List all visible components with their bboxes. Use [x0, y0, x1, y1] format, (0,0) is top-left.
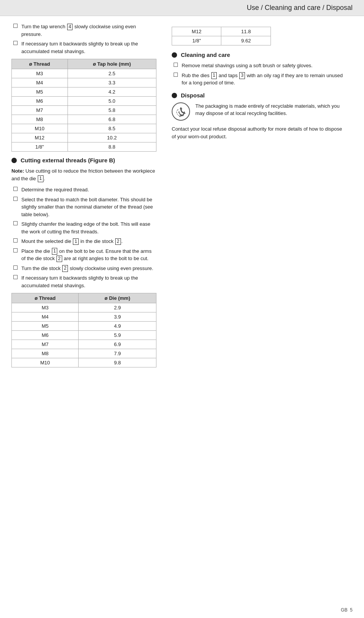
table-cell: M7 [12, 106, 68, 115]
table-cell: M3 [12, 303, 79, 312]
page: Use / Cleaning and care / Disposal Turn … [0, 0, 364, 618]
ref-box-1c: 1 [52, 248, 58, 255]
list-item: Slightly chamfer the leading edge of the… [13, 220, 156, 235]
tap-hole-table: ø Thread ø Tap hole (mm) M32.5M43.3M54.2… [11, 59, 156, 152]
recycling-text: The packaging is made entirely of recycl… [195, 102, 343, 117]
cleaning-heading-block: Cleaning and care [172, 52, 343, 58]
table-cell: M4 [12, 312, 79, 322]
die-table: ø Thread ø Die (mm) M32.9M43.9M54.9M65.9… [11, 293, 156, 367]
table-cell: 1/8" [12, 142, 68, 152]
ref-box-2b: 2 [56, 256, 62, 262]
cutting-item-5: Place the die 1 on the bolt to be cut. E… [21, 248, 156, 262]
cleaning-item-1: Remove metal shavings using a soft brush… [182, 62, 312, 70]
footer-label: GB [341, 607, 347, 613]
page-header: Use / Cleaning and care / Disposal [0, 0, 364, 16]
table-cell: 3.9 [79, 312, 156, 322]
table-cell: M6 [12, 97, 68, 106]
cutting-items: Determine the required thread. Select th… [11, 186, 156, 289]
checkbox-icon [174, 73, 178, 77]
list-item: Remove metal shavings using a soft brush… [174, 62, 343, 70]
table-cell: 3.3 [68, 78, 156, 87]
table-cell: 8.5 [68, 124, 156, 133]
table-cell: 11.8 [221, 27, 271, 36]
table-cell: 4.2 [68, 87, 156, 97]
ref-box-1d: 1 [211, 72, 217, 79]
header-title: Use / Cleaning and care / Disposal [247, 4, 353, 11]
cleaning-item-2: Rub the dies 1 and taps 3 with an oily r… [182, 72, 343, 87]
table-cell: 10.2 [68, 133, 156, 142]
table-cell: M4 [12, 78, 68, 87]
table-cell: 6.9 [79, 340, 156, 349]
right-column: M1211.81/8"9.62 Cleaning and care Remove… [164, 16, 351, 378]
table-cell: 5.9 [79, 331, 156, 340]
list-item: If necessary turn it backwards slightly … [13, 274, 156, 289]
ref-box-4: 4 [67, 24, 73, 31]
table-cell: 2.9 [79, 303, 156, 312]
table-cell: M7 [12, 340, 79, 349]
tap-table-col2: ø Tap hole (mm) [68, 59, 156, 69]
checkbox-icon [13, 265, 18, 270]
table-cell: M10 [12, 358, 79, 367]
checkbox-icon [13, 41, 18, 45]
intro-items: Turn the tap wrench 4 slowly clockwise u… [11, 23, 156, 55]
table-cell: M3 [12, 69, 68, 78]
cutting-item-2: Select the thread to match the bolt diam… [21, 196, 156, 218]
table-cell: 9.8 [79, 358, 156, 367]
table-cell: 6.8 [68, 115, 156, 124]
table-cell: M12 [12, 133, 68, 142]
bullet-dot [11, 158, 17, 163]
checkbox-icon [13, 248, 18, 252]
ref-box-2a: 2 [115, 238, 121, 245]
checkbox-icon [13, 187, 18, 191]
table-cell: 4.9 [79, 322, 156, 331]
cutting-item-1: Determine the required thread. [21, 186, 89, 194]
list-item: Turn the tap wrench 4 slowly clockwise u… [13, 23, 156, 38]
cutting-heading-block: Cutting external threads (Figure B) [11, 157, 156, 163]
list-item: Mount the selected die 1 in the die stoc… [13, 238, 156, 245]
ref-box-1a: 1 [38, 175, 43, 182]
recycling-block: The packaging is made entirely of recycl… [172, 102, 343, 121]
intro-item-2: If necessary turn it backwards slightly … [21, 40, 156, 55]
ref-box-3: 3 [239, 72, 245, 79]
cleaning-items: Remove metal shavings using a soft brush… [172, 62, 343, 87]
ref-box-2c: 2 [62, 265, 68, 272]
tap-table-col1: ø Thread [12, 59, 68, 69]
footer-page: 5 [350, 607, 353, 613]
cutting-heading: Cutting external threads (Figure B) [21, 157, 115, 163]
disposal-contact-text: Contact your local refuse disposal autho… [172, 125, 343, 141]
list-item: If necessary turn it backwards slightly … [13, 40, 156, 55]
main-content: Turn the tap wrench 4 slowly clockwise u… [0, 16, 364, 378]
table-cell: 2.5 [68, 69, 156, 78]
die-table-col1: ø Thread [12, 293, 79, 303]
note-body: Use cutting oil to reduce the friction b… [11, 168, 155, 181]
checkbox-icon [13, 221, 18, 225]
table-cell: 5.0 [68, 97, 156, 106]
table-cell: 8.8 [68, 142, 156, 152]
disposal-heading-block: Disposal [172, 92, 343, 99]
table-cell: M12 [172, 27, 221, 36]
disposal-heading: Disposal [181, 92, 205, 99]
note-label: Note: [11, 168, 24, 174]
left-column: Turn the tap wrench 4 slowly clockwise u… [0, 16, 164, 378]
table-cell: M5 [12, 87, 68, 97]
cleaning-heading: Cleaning and care [181, 52, 230, 58]
top-right-table: M1211.81/8"9.62 [172, 27, 343, 45]
cutting-item-3: Slightly chamfer the leading edge of the… [21, 220, 156, 235]
bullet-dot [172, 52, 177, 58]
list-item: Turn the die stock 2 slowly clockwise us… [13, 265, 156, 272]
cutting-item-6: Turn the die stock 2 slowly clockwise us… [21, 265, 153, 272]
table-cell: M10 [12, 124, 68, 133]
list-item: Determine the required thread. [13, 186, 156, 194]
checkbox-icon [174, 63, 178, 67]
table-cell: 1/8" [172, 36, 221, 45]
die-table-col2: ø Die (mm) [79, 293, 156, 303]
list-item: Rub the dies 1 and taps 3 with an oily r… [174, 72, 343, 87]
table-cell: 7.9 [79, 349, 156, 358]
table-cell: M6 [12, 331, 79, 340]
table-cell: 5.8 [68, 106, 156, 115]
list-item: Select the thread to match the bolt diam… [13, 196, 156, 218]
table-cell: 9.62 [221, 36, 271, 45]
recycle-icon [172, 102, 190, 121]
cutting-item-4: Mount the selected die 1 in the die stoc… [21, 238, 122, 245]
table-cell: M8 [12, 115, 68, 124]
